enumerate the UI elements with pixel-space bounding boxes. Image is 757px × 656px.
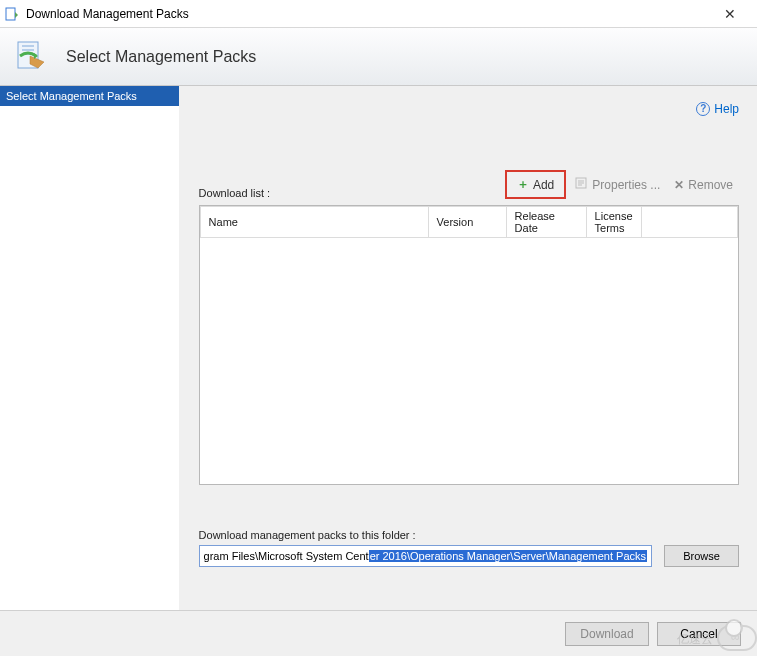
col-name[interactable]: Name bbox=[200, 207, 428, 238]
svg-rect-0 bbox=[6, 8, 15, 20]
table-header-row: Name Version Release Date License Terms bbox=[200, 207, 737, 238]
wizard-sidebar: Select Management Packs bbox=[0, 86, 179, 610]
path-selected: er 2016\Operations Manager\Server\Manage… bbox=[369, 550, 647, 562]
close-button[interactable]: ✕ bbox=[707, 6, 753, 22]
sidebar-step-select-packs[interactable]: Select Management Packs bbox=[0, 86, 179, 106]
wizard-footer: Download Cancel bbox=[0, 610, 757, 656]
main-content: ? Help Download list : ＋ Add Properties … bbox=[179, 86, 757, 610]
help-label: Help bbox=[714, 102, 739, 116]
download-button: Download bbox=[565, 622, 649, 646]
add-label: Add bbox=[533, 178, 554, 192]
properties-label: Properties ... bbox=[592, 178, 660, 192]
download-list-table[interactable]: Name Version Release Date License Terms bbox=[199, 205, 739, 485]
help-icon: ? bbox=[696, 102, 710, 116]
title-bar: Download Management Packs ✕ bbox=[0, 0, 757, 28]
app-icon bbox=[4, 6, 20, 22]
banner-icon bbox=[14, 38, 52, 76]
browse-button[interactable]: Browse bbox=[664, 545, 739, 567]
download-list-label: Download list : bbox=[199, 187, 271, 199]
properties-icon bbox=[574, 176, 588, 193]
remove-button: ✕ Remove bbox=[668, 176, 739, 194]
col-release-date[interactable]: Release Date bbox=[506, 207, 586, 238]
plus-icon: ＋ bbox=[517, 176, 529, 193]
add-button[interactable]: ＋ Add bbox=[505, 170, 566, 199]
properties-button: Properties ... bbox=[568, 174, 666, 195]
x-icon: ✕ bbox=[674, 178, 684, 192]
remove-label: Remove bbox=[688, 178, 733, 192]
wizard-banner: Select Management Packs bbox=[0, 28, 757, 86]
cancel-button[interactable]: Cancel bbox=[657, 622, 741, 646]
banner-heading: Select Management Packs bbox=[66, 48, 256, 66]
path-prefix: gram Files\Microsoft System Cent bbox=[204, 550, 369, 562]
col-license-terms[interactable]: License Terms bbox=[586, 207, 641, 238]
list-toolbar: ＋ Add Properties ... ✕ Remove bbox=[505, 170, 739, 199]
col-version[interactable]: Version bbox=[428, 207, 506, 238]
window-title: Download Management Packs bbox=[26, 7, 707, 21]
destination-label: Download management packs to this folder… bbox=[199, 529, 739, 541]
help-link[interactable]: ? Help bbox=[696, 102, 739, 116]
destination-path-input[interactable]: gram Files\Microsoft System Center 2016\… bbox=[199, 545, 652, 567]
col-spare bbox=[641, 207, 737, 238]
